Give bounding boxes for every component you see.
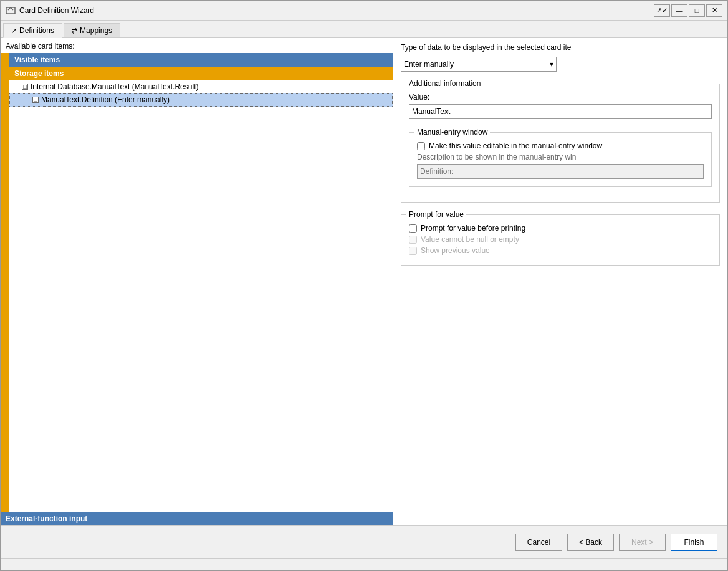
title-bar-icon (6, 6, 16, 16)
minimize-button[interactable]: — (671, 4, 687, 17)
finish-button[interactable]: Finish (671, 534, 717, 551)
status-bar (1, 558, 727, 570)
title-bar-controls: ↗↙ — □ ✕ (654, 4, 722, 17)
svg-rect-0 (6, 7, 15, 14)
pin-button[interactable]: ↗↙ (654, 4, 670, 17)
additional-info-content: Value: Manual-entry window Make this val… (401, 88, 719, 202)
type-label: Type of data to be displayed in the sele… (401, 43, 720, 52)
make-editable-label: Make this value editable in the manual-e… (429, 142, 602, 150)
prompt-checkbox-label: Prompt for value before printing (421, 224, 525, 233)
description-shown-label: Description to be shown in the manual-en… (417, 153, 704, 161)
right-panel: Type of data to be displayed in the sele… (393, 38, 727, 525)
external-function-label: External-function input (6, 514, 87, 523)
tree-content: Visible items Storage items □ Internal D… (9, 53, 393, 107)
main-window: Card Definition Wizard ↗↙ — □ ✕ ↗ Defini… (0, 0, 728, 571)
dropdown-row: Enter manually ▾ (401, 57, 720, 72)
additional-info-legend: Additional information (406, 79, 483, 88)
dropdown-arrow-icon: ▾ (550, 60, 553, 69)
maximize-button[interactable]: □ (689, 4, 705, 17)
title-bar: Card Definition Wizard ↗↙ — □ ✕ (1, 1, 727, 21)
additional-info-fieldset: Additional information Value: Manual-ent… (401, 79, 720, 203)
definitions-tab-label: Definitions (19, 26, 54, 35)
content-area: Available card items: Visible items Stor… (1, 38, 727, 525)
previous-value-row: Show previous value (409, 246, 712, 255)
back-button[interactable]: < Back (567, 534, 614, 551)
make-editable-row: Make this value editable in the manual-e… (417, 142, 704, 150)
expand-icon-internal-db[interactable]: □ (22, 84, 28, 90)
value-label: Value: (409, 93, 712, 102)
previous-value-checkbox[interactable] (409, 247, 417, 255)
prompt-before-printing-row: Prompt for value before printing (409, 224, 712, 233)
prompt-fieldset: Prompt for value Prompt for value before… (401, 210, 720, 266)
window-title: Card Definition Wizard (19, 6, 654, 15)
mappings-tab-icon: ⇄ (72, 27, 77, 35)
tab-definitions[interactable]: ↗ Definitions (3, 23, 62, 38)
tabs-bar: ↗ Definitions ⇄ Mappings (1, 21, 727, 38)
storage-items-header[interactable]: Storage items (9, 67, 393, 80)
mappings-tab-label: Mappings (80, 26, 112, 35)
null-check-checkbox[interactable] (409, 236, 417, 244)
tab-mappings[interactable]: ⇄ Mappings (64, 23, 120, 37)
external-function-header[interactable]: External-function input (1, 512, 393, 525)
bottom-bar: Cancel < Back Next > Finish (1, 525, 727, 558)
manual-entry-content: Make this value editable in the manual-e… (410, 137, 711, 186)
definition-input[interactable] (417, 164, 704, 179)
close-button[interactable]: ✕ (706, 4, 722, 17)
internal-db-label: Internal Database.ManualText (ManualText… (31, 82, 198, 91)
tree-scroll[interactable]: Visible items Storage items □ Internal D… (1, 53, 393, 525)
prompt-content: Prompt for value before printing Value c… (401, 219, 719, 265)
tree-item-internal-db[interactable]: □ Internal Database.ManualText (ManualTe… (9, 80, 393, 93)
prompt-checkbox[interactable] (409, 224, 417, 233)
previous-value-label: Show previous value (421, 246, 490, 255)
data-type-dropdown[interactable]: Enter manually ▾ (401, 57, 557, 72)
expand-icon-manualtext[interactable]: □ (32, 97, 39, 103)
manualtext-def-label: ManualText.Definition (Enter manually) (41, 95, 170, 104)
cancel-button[interactable]: Cancel (515, 534, 562, 551)
dropdown-value: Enter manually (404, 60, 454, 69)
visible-items-header[interactable]: Visible items (9, 53, 393, 67)
storage-items-label: Storage items (14, 69, 64, 78)
null-check-label: Value cannot be null or empty (421, 235, 519, 244)
tree-wrapper: Visible items Storage items □ Internal D… (1, 53, 393, 525)
visible-items-label: Visible items (14, 55, 60, 64)
null-check-row: Value cannot be null or empty (409, 235, 712, 244)
definitions-tab-icon: ↗ (11, 27, 17, 35)
value-input[interactable] (409, 104, 712, 119)
left-panel: Available card items: Visible items Stor… (1, 38, 393, 525)
main-content: Available card items: Visible items Stor… (1, 38, 727, 558)
tree-item-manualtext-def[interactable]: □ ManualText.Definition (Enter manually) (9, 93, 393, 107)
make-editable-checkbox[interactable] (417, 142, 425, 150)
next-button[interactable]: Next > (619, 534, 666, 551)
manual-entry-legend: Manual-entry window (414, 128, 490, 137)
manual-entry-fieldset: Manual-entry window Make this value edit… (409, 128, 712, 187)
prompt-legend: Prompt for value (406, 210, 466, 219)
available-items-label: Available card items: (1, 38, 393, 53)
